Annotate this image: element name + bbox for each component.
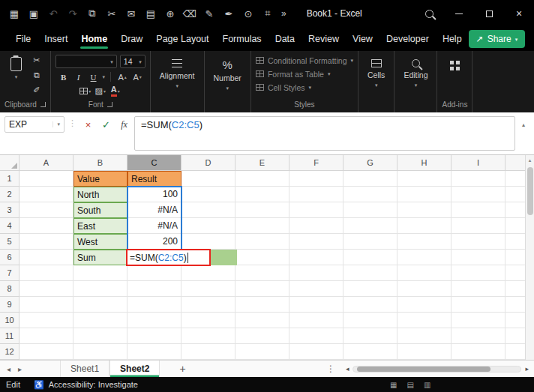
cell-E5[interactable] (236, 234, 290, 250)
cell-H7[interactable] (398, 265, 452, 281)
globe-icon[interactable]: ⊕ (160, 4, 180, 22)
print-icon[interactable]: ▤ (141, 4, 160, 22)
cell-D10[interactable] (182, 313, 236, 328)
cells-button[interactable]: Cells ▾ (363, 55, 389, 88)
cell-F1[interactable] (290, 171, 344, 187)
cell-F6[interactable] (290, 250, 344, 265)
cell-I2[interactable] (452, 187, 506, 202)
normal-view-icon[interactable]: ▦ (390, 381, 397, 389)
cell-I6[interactable] (452, 250, 506, 265)
cell-F8[interactable] (290, 281, 344, 297)
conditional-formatting-button[interactable]: Conditional Formatting ▾ (256, 55, 353, 66)
row-header-9[interactable]: 9 (0, 297, 20, 313)
cell-E7[interactable] (236, 265, 290, 281)
cell-E4[interactable] (236, 218, 290, 234)
page-break-view-icon[interactable]: ▥ (424, 381, 430, 389)
cell-B1[interactable]: Value (74, 171, 128, 187)
cell-H12[interactable] (398, 344, 452, 360)
number-button[interactable]: % Number ▾ (209, 55, 246, 91)
column-header-C[interactable]: C (128, 155, 182, 171)
column-header-H[interactable]: H (398, 155, 452, 171)
scroll-up-icon[interactable]: ▴ (526, 155, 534, 163)
ribbon-tab-home[interactable]: Home (74, 28, 114, 51)
cell-F4[interactable] (290, 218, 344, 234)
cell-E11[interactable] (236, 328, 290, 344)
font-size-select[interactable]: 14▾ (120, 55, 146, 68)
cell-A7[interactable] (20, 265, 74, 281)
insert-function-button[interactable]: fx (116, 116, 132, 133)
redo-icon[interactable]: ↷ (63, 4, 82, 22)
column-header-E[interactable]: E (236, 155, 290, 171)
zoom-icon[interactable]: ⊙ (238, 4, 258, 22)
cell-D9[interactable] (182, 297, 236, 313)
cell-D7[interactable] (182, 265, 236, 281)
cell-H2[interactable] (398, 187, 452, 202)
previous-sheet-icon[interactable]: ◂ (7, 365, 10, 373)
cell-A5[interactable] (20, 234, 74, 250)
format-painter-icon[interactable]: ✐ (31, 85, 43, 96)
cell-D3[interactable] (182, 202, 236, 218)
row-header-2[interactable]: 2 (0, 187, 20, 202)
cell-G4[interactable] (344, 218, 398, 234)
cell-C4[interactable]: #N/A (128, 218, 182, 234)
font-dialog-launcher-icon[interactable] (107, 102, 112, 107)
cell-H1[interactable] (398, 171, 452, 187)
cell-C10[interactable] (128, 313, 182, 328)
cell-E3[interactable] (236, 202, 290, 218)
font-color-button[interactable]: A▾ (110, 85, 122, 97)
mail-icon[interactable]: ✉ (122, 4, 141, 22)
row-header-6[interactable]: 6 (0, 250, 20, 265)
cell-A2[interactable] (20, 187, 74, 202)
cell-I11[interactable] (452, 328, 506, 344)
cell-H9[interactable] (398, 297, 452, 313)
ribbon-tab-formulas[interactable]: Formulas (216, 28, 268, 51)
cell-E9[interactable] (236, 297, 290, 313)
cell-A1[interactable] (20, 171, 74, 187)
cell-B12[interactable] (74, 344, 128, 360)
share-button[interactable]: ↗ Share ▾ (469, 30, 526, 48)
cell-A9[interactable] (20, 297, 74, 313)
italic-button[interactable]: I (73, 71, 85, 82)
cell-A12[interactable] (20, 344, 74, 360)
cell-styles-button[interactable]: Cell Styles ▾ (256, 82, 311, 93)
vertical-scrollbar[interactable]: ▴ (525, 155, 534, 360)
copy-icon[interactable]: ⧉ (82, 4, 102, 22)
name-box[interactable]: EXP ▾ (4, 116, 64, 133)
cell-B8[interactable] (74, 281, 128, 297)
borders-button[interactable]: ▾ (80, 85, 92, 97)
row-header-7[interactable]: 7 (0, 265, 20, 281)
cell-C12[interactable] (128, 344, 182, 360)
cell-C5[interactable]: 200 (128, 234, 182, 250)
cell-C8[interactable] (128, 281, 182, 297)
ribbon-tab-draw[interactable]: Draw (114, 28, 149, 51)
cell-D1[interactable] (182, 171, 236, 187)
cell-I9[interactable] (452, 297, 506, 313)
row-header-10[interactable]: 10 (0, 313, 20, 328)
cell-A10[interactable] (20, 313, 74, 328)
cell-H3[interactable] (398, 202, 452, 218)
font-name-select[interactable]: ▾ (56, 55, 117, 68)
cell-E1[interactable] (236, 171, 290, 187)
save-icon[interactable]: ▣ (24, 4, 44, 22)
cell-I5[interactable] (452, 234, 506, 250)
close-button[interactable]: × (504, 0, 534, 27)
cell-G10[interactable] (344, 313, 398, 328)
cell-E2[interactable] (236, 187, 290, 202)
cell-G1[interactable] (344, 171, 398, 187)
ink-pen-icon[interactable]: ✒ (219, 4, 238, 22)
cell-A3[interactable] (20, 202, 74, 218)
cell-E8[interactable] (236, 281, 290, 297)
clipboard-dialog-launcher-icon[interactable] (40, 102, 46, 107)
cell-G7[interactable] (344, 265, 398, 281)
cell-F9[interactable] (290, 297, 344, 313)
cell-E10[interactable] (236, 313, 290, 328)
undo-icon[interactable]: ↶ (44, 4, 63, 22)
cell-H11[interactable] (398, 328, 452, 344)
sheet-tab-sheet1[interactable]: Sheet1 (60, 361, 110, 377)
search-button[interactable] (414, 0, 444, 27)
alignment-button[interactable]: Alignment ▾ (155, 55, 200, 88)
cell-B9[interactable] (74, 297, 128, 313)
cell-E12[interactable] (236, 344, 290, 360)
cell-A4[interactable] (20, 218, 74, 234)
cut-icon[interactable]: ✂ (102, 4, 122, 22)
